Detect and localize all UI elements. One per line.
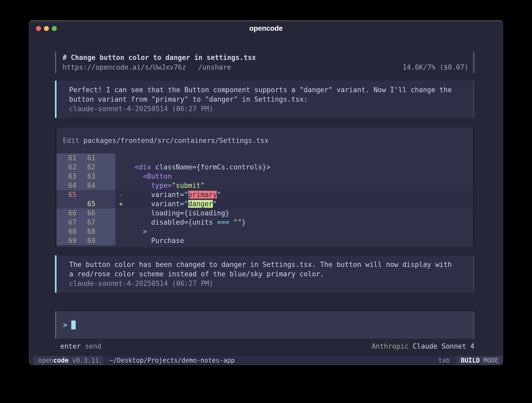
edit-tool-block: Edit packages/frontend/src/containers/Se… [55, 127, 474, 247]
app-version-segment: opencode v0.3.11 [34, 356, 103, 365]
code-token [126, 163, 135, 171]
diff-gutter: 6969 [57, 236, 115, 245]
input-footer: enter send Anthropic Claude Sonnet 4 [55, 342, 474, 351]
code-token: Purchase [126, 237, 184, 245]
diff-code-line: variant="primary" [126, 190, 221, 199]
model-name: Claude Sonnet 4 [413, 342, 474, 350]
mode-switch-key[interactable]: tab [438, 356, 450, 365]
unshare-command[interactable]: /unshare [198, 63, 231, 71]
message-line: The button color has been changed to dan… [69, 260, 468, 269]
old-line-number: 61 [57, 153, 76, 163]
new-line-number [76, 190, 95, 199]
session-subline: https://opencode.ai/s/UwJxv76z /unshare [63, 63, 256, 72]
old-line-number [57, 199, 76, 209]
diff-marker: - [115, 190, 126, 199]
message-line: Perfect! I can see that the Button compo… [69, 85, 468, 95]
diff-marker [115, 163, 126, 172]
new-line-number: 68 [76, 227, 95, 236]
diff-row: 6262 <div className={formCs.controls}> [57, 163, 473, 172]
diff-gutter: 6363 [57, 172, 115, 181]
app-version [69, 357, 72, 364]
new-line-number: 66 [76, 209, 95, 218]
diff-marker [115, 218, 126, 227]
diff-gutter: 6767 [57, 218, 115, 227]
token-cost-stats: 14.6K/7% ($0.07) [403, 63, 468, 72]
diff-code-line: > [126, 227, 147, 236]
working-directory: ~/Desktop/Projects/demo-notes-app [109, 356, 235, 365]
send-hint: enter send [55, 342, 101, 351]
old-line-number: 69 [57, 236, 76, 245]
new-line-number: 64 [76, 181, 95, 190]
mode-name: BUILD [461, 357, 480, 364]
old-line-number: 67 [57, 218, 76, 227]
code-token: variant= [126, 191, 184, 199]
code-token: " [184, 191, 188, 199]
code-token: " [184, 200, 188, 208]
code-token: variant= [126, 200, 184, 208]
new-line-number: 61 [76, 153, 95, 163]
prompt-input[interactable]: > [55, 311, 474, 339]
provider-name: Anthropic [372, 342, 409, 350]
diff-row: 6464 type="submit" [57, 181, 473, 190]
diff-marker [115, 227, 126, 236]
app-window: opencode # Change button color to danger… [29, 20, 503, 365]
new-line-number: 69 [76, 236, 95, 245]
diff-row: 6363 <Button [57, 172, 473, 181]
window-title: opencode [29, 24, 503, 33]
mode-segment: BUILDMODE [457, 356, 503, 365]
code-token: > [143, 228, 147, 235]
code-token: <Button [143, 172, 172, 180]
old-line-number: 68 [57, 227, 76, 236]
diff-row: 6969 Purchase [57, 236, 473, 245]
diff-gutter: 6464 [57, 181, 115, 190]
diff-gutter: 65 [57, 199, 115, 209]
diff-row: 6161 [57, 153, 473, 163]
edit-file-path [79, 137, 84, 144]
text-cursor [71, 321, 76, 329]
diff-marker [115, 181, 126, 190]
diff-row: 6666 loading={isLoading} [57, 209, 473, 218]
diff-marker [115, 172, 126, 181]
assistant-message: Perfect! I can see that the Button compo… [55, 81, 474, 118]
diff-view: 61616262 <div className={formCs.controls… [57, 153, 473, 245]
session-header: # Change button color to danger in setti… [55, 52, 474, 73]
model-info: Anthropic Claude Sonnet 4 [372, 342, 474, 351]
diff-code-line: variant="danger" [126, 199, 217, 209]
old-line-number: 64 [57, 181, 76, 190]
diff-code-line: loading={isLoading} [126, 209, 229, 218]
status-bar: opencode v0.3.11 ~/Desktop/Projects/demo… [29, 356, 503, 365]
code-token [126, 182, 151, 189]
new-line-number: 62 [76, 163, 95, 172]
diff-row: 65+ variant="danger" [57, 199, 473, 209]
diff-row: 6868 > [57, 227, 473, 236]
edit-action-label: Edit [63, 137, 79, 144]
diff-code-line: type="submit" [126, 181, 204, 190]
code-token [126, 172, 143, 180]
edit-file-path-text: packages/frontend/src/containers/Setting… [83, 137, 268, 144]
message-line: button variant from "primary" to "danger… [69, 95, 468, 104]
code-token: " [217, 191, 221, 199]
diff-row: 65- variant="primary" [57, 190, 473, 199]
code-token: primary [188, 191, 217, 199]
code-token: === [217, 218, 229, 226]
titlebar: opencode [29, 21, 503, 36]
message-meta: claude-sonnet-4-20250514 (06:27 PM) [69, 104, 468, 113]
code-token: "" [233, 218, 242, 226]
diff-code-line: <Button [126, 172, 172, 181]
diff-marker: + [115, 199, 126, 209]
diff-marker [115, 236, 126, 245]
diff-gutter: 65 [57, 190, 115, 199]
hint-action: send [85, 342, 101, 350]
old-line-number: 65 [57, 190, 76, 199]
mode-suffix: MODE [483, 357, 499, 364]
diff-code-line: <div className={formCs.controls}> [126, 163, 270, 172]
old-line-number: 66 [57, 209, 76, 218]
share-url-link[interactable]: https://opencode.ai/s/UwJxv76z [63, 63, 186, 71]
code-token: "submit" [172, 182, 204, 189]
new-line-number: 67 [76, 218, 95, 227]
main-content: # Change button color to danger in setti… [29, 52, 503, 351]
app-name-suffix: code [53, 357, 69, 364]
code-token [126, 228, 143, 235]
old-line-number: 62 [57, 163, 76, 172]
new-line-number: 63 [76, 172, 95, 181]
